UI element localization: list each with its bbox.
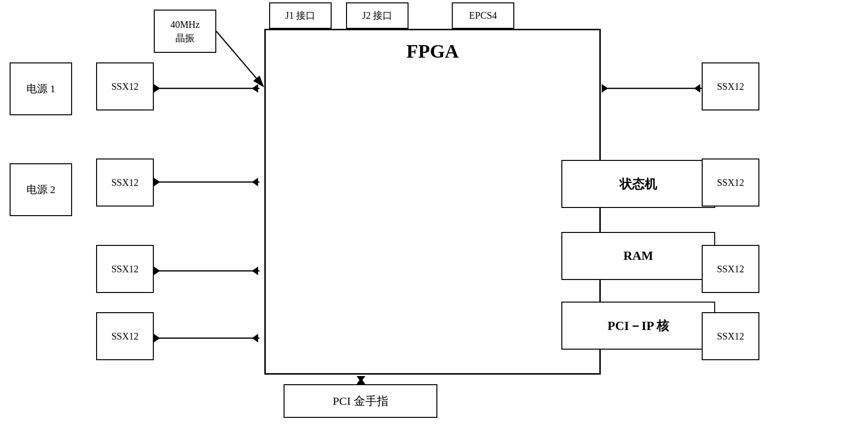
crystal-label: 40MHz 晶振 bbox=[170, 18, 199, 45]
svg-marker-17 bbox=[252, 84, 258, 93]
j2-interface-box: J2 接口 bbox=[346, 2, 409, 29]
ssx-right-3-label: SSX12 bbox=[717, 264, 744, 275]
pci-label: PCI 金手指 bbox=[333, 393, 388, 409]
svg-marker-41 bbox=[357, 378, 365, 384]
ram-box: RAM bbox=[561, 232, 715, 280]
ssx-left-3-label: SSX12 bbox=[112, 264, 139, 275]
pci-box: PCI 金手指 bbox=[284, 384, 437, 418]
ssx-left-4-label: SSX12 bbox=[112, 331, 139, 342]
pci-ip-box: PCI－IP 核 bbox=[561, 302, 715, 350]
state-machine-box: 状态机 bbox=[561, 160, 715, 208]
svg-marker-25 bbox=[154, 334, 160, 342]
epcs4-label: EPCS4 bbox=[469, 10, 497, 21]
svg-marker-23 bbox=[252, 267, 258, 275]
ssx-left-2-label: SSX12 bbox=[112, 177, 139, 188]
ssx-right-1-label: SSX12 bbox=[717, 81, 744, 92]
ssx-right-2-box: SSX12 bbox=[702, 158, 759, 207]
svg-marker-28 bbox=[602, 84, 608, 93]
svg-marker-26 bbox=[252, 334, 258, 342]
j1-interface-box: J1 接口 bbox=[269, 2, 332, 29]
power2-box: 电源 2 bbox=[10, 163, 72, 216]
ram-label: RAM bbox=[623, 249, 653, 263]
ssx-left-1-label: SSX12 bbox=[112, 81, 139, 92]
svg-marker-40 bbox=[357, 376, 365, 382]
crystal-box: 40MHz 晶振 bbox=[154, 10, 216, 53]
power2-label: 电源 2 bbox=[26, 183, 56, 197]
power1-box: 电源 1 bbox=[10, 62, 72, 115]
j2-label: J2 接口 bbox=[362, 9, 393, 22]
power1-label: 电源 1 bbox=[26, 82, 56, 96]
diagram-container: FPGA 状态机 RAM PCI－IP 核 40MHz 晶振 J1 接口 J2 … bbox=[0, 0, 868, 426]
ssx-right-2-label: SSX12 bbox=[717, 177, 744, 188]
svg-marker-20 bbox=[252, 178, 258, 186]
svg-marker-22 bbox=[154, 267, 160, 275]
svg-marker-29 bbox=[694, 84, 700, 93]
ssx-left-1-box: SSX12 bbox=[96, 62, 154, 110]
ssx-left-3-box: SSX12 bbox=[96, 245, 154, 293]
ssx-right-4-label: SSX12 bbox=[717, 331, 744, 342]
ssx-right-1-box: SSX12 bbox=[702, 62, 759, 110]
epcs4-box: EPCS4 bbox=[452, 2, 514, 29]
state-machine-label: 状态机 bbox=[620, 176, 657, 193]
pci-ip-label: PCI－IP 核 bbox=[608, 317, 669, 334]
svg-marker-16 bbox=[154, 84, 160, 93]
ssx-right-3-box: SSX12 bbox=[702, 245, 759, 293]
ssx-left-4-box: SSX12 bbox=[96, 312, 154, 360]
svg-line-4 bbox=[216, 31, 263, 86]
fpga-label: FPGA bbox=[407, 40, 459, 62]
ssx-right-4-box: SSX12 bbox=[702, 312, 759, 360]
fpga-box: FPGA 状态机 RAM PCI－IP 核 bbox=[264, 29, 601, 375]
ssx-left-2-box: SSX12 bbox=[96, 158, 154, 207]
j1-label: J1 接口 bbox=[285, 9, 316, 22]
svg-marker-19 bbox=[154, 178, 160, 186]
